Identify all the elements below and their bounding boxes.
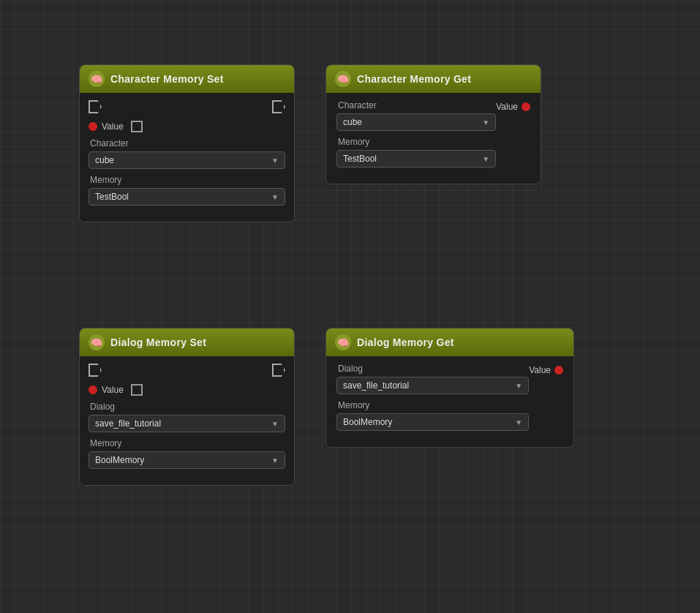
char-memory-set-mem-value: TestBool xyxy=(95,192,129,202)
dialog-memory-get-mem-arrow: ▼ xyxy=(515,418,522,426)
char-memory-get-value-label: Value xyxy=(496,102,518,112)
char-memory-set-value-pin[interactable] xyxy=(89,122,97,131)
char-memory-set-mem-label: Memory xyxy=(90,175,285,185)
char-memory-get-title: Character Memory Get xyxy=(357,73,471,85)
char-memory-set-mem-dropdown[interactable]: TestBool ▼ xyxy=(89,188,285,206)
dialog-memory-get-value-label: Value xyxy=(529,365,551,375)
char-memory-set-body: Value Character cube ▼ Memory TestBool ▼ xyxy=(80,93,294,222)
dialog-memory-set-value-label: Value xyxy=(102,385,124,395)
dialog-memory-get-body: Dialog save_file_tutorial ▼ Memory BoolM… xyxy=(326,356,573,447)
dialog-memory-set-dialog-label: Dialog xyxy=(90,402,285,412)
dialog-memory-set-dialog-arrow: ▼ xyxy=(271,420,279,428)
char-memory-set-exec-out[interactable] xyxy=(272,100,285,113)
dialog-memory-get-dialog-arrow: ▼ xyxy=(515,382,522,390)
dialog-memory-get-left: Dialog save_file_tutorial ▼ Memory BoolM… xyxy=(336,364,529,437)
dialog-memory-set-value-row: Value xyxy=(89,384,285,396)
char-memory-get-value-output: Value xyxy=(496,102,530,112)
char-memory-get-body: Character cube ▼ Memory TestBool ▼ Value xyxy=(326,93,541,184)
char-memory-get-icon: 🧠 xyxy=(335,71,351,87)
char-memory-get-char-label: Character xyxy=(338,100,496,110)
char-memory-get-mem-value: TestBool xyxy=(343,154,377,164)
char-memory-get-top-row: Character cube ▼ Memory TestBool ▼ Value xyxy=(336,100,530,173)
dialog-memory-set-mem-dropdown[interactable]: BoolMemory ▼ xyxy=(89,451,285,469)
dialog-memory-set-mem-arrow: ▼ xyxy=(271,456,279,465)
char-memory-get-left: Character cube ▼ Memory TestBool ▼ xyxy=(336,100,496,173)
char-memory-set-char-label: Character xyxy=(90,138,285,148)
char-memory-get-char-dropdown[interactable]: cube ▼ xyxy=(336,113,496,131)
dialog-memory-set-mem-label: Memory xyxy=(90,438,285,448)
dialog-memory-set-icon: 🧠 xyxy=(89,334,105,350)
char-memory-set-char-arrow: ▼ xyxy=(271,157,279,165)
character-memory-get-header: 🧠 Character Memory Get xyxy=(326,65,541,93)
dialog-memory-get-value-output: Value xyxy=(529,365,563,375)
char-memory-set-value-label: Value xyxy=(102,121,124,132)
char-memory-set-char-value: cube xyxy=(95,155,114,165)
dialog-memory-get-mem-label: Memory xyxy=(338,400,529,410)
dialog-memory-get-title: Dialog Memory Get xyxy=(357,336,454,348)
char-memory-set-mem-arrow: ▼ xyxy=(271,193,279,201)
char-memory-set-exec-row xyxy=(89,100,285,113)
character-memory-set-header: 🧠 Character Memory Set xyxy=(80,65,294,93)
dialog-memory-set-mem-value: BoolMemory xyxy=(95,455,144,465)
char-memory-get-value-pin[interactable] xyxy=(522,102,530,111)
char-memory-set-title: Character Memory Set xyxy=(110,73,224,85)
dialog-memory-get-dialog-dropdown[interactable]: save_file_tutorial ▼ xyxy=(336,377,529,394)
dialog-memory-set-value-pin[interactable] xyxy=(89,386,97,394)
dialog-memory-set-header: 🧠 Dialog Memory Set xyxy=(80,328,294,356)
dialog-memory-get-mem-value: BoolMemory xyxy=(343,417,392,427)
dialog-memory-set-dialog-dropdown[interactable]: save_file_tutorial ▼ xyxy=(89,415,285,432)
dialog-memory-get-header: 🧠 Dialog Memory Get xyxy=(326,328,573,356)
char-memory-get-mem-arrow: ▼ xyxy=(482,155,489,163)
char-memory-get-char-arrow: ▼ xyxy=(482,119,489,127)
char-memory-get-mem-dropdown[interactable]: TestBool ▼ xyxy=(336,150,496,168)
dialog-memory-get-top-row: Dialog save_file_tutorial ▼ Memory BoolM… xyxy=(336,364,563,437)
dialog-memory-set-exec-out[interactable] xyxy=(272,364,285,377)
dialog-memory-set-exec-row xyxy=(89,364,285,377)
dialog-memory-set-exec-in[interactable] xyxy=(89,364,102,377)
dialog-memory-get-dialog-value: save_file_tutorial xyxy=(343,380,409,391)
char-memory-set-icon: 🧠 xyxy=(89,71,105,87)
dialog-memory-get-dialog-label: Dialog xyxy=(338,364,529,374)
dialog-memory-set-body: Value Dialog save_file_tutorial ▼ Memory… xyxy=(80,356,294,485)
char-memory-set-value-box[interactable] xyxy=(131,121,143,132)
dialog-memory-get-value-pin[interactable] xyxy=(554,366,563,375)
dialog-memory-get-node: 🧠 Dialog Memory Get Dialog save_file_tut… xyxy=(325,328,574,448)
dialog-memory-set-node: 🧠 Dialog Memory Set Value Dialog save_fi… xyxy=(79,328,295,486)
character-memory-get-node: 🧠 Character Memory Get Character cube ▼ … xyxy=(325,64,541,184)
char-memory-set-exec-in[interactable] xyxy=(89,100,102,113)
dialog-memory-get-icon: 🧠 xyxy=(335,334,351,350)
dialog-memory-get-mem-dropdown[interactable]: BoolMemory ▼ xyxy=(336,413,529,431)
dialog-memory-set-value-box[interactable] xyxy=(131,384,143,396)
character-memory-set-node: 🧠 Character Memory Set Value Character c… xyxy=(79,64,295,222)
dialog-memory-set-title: Dialog Memory Set xyxy=(110,336,206,348)
char-memory-get-char-value: cube xyxy=(343,117,362,127)
char-memory-set-char-dropdown[interactable]: cube ▼ xyxy=(89,151,285,169)
char-memory-get-mem-label: Memory xyxy=(338,137,496,147)
dialog-memory-set-dialog-value: save_file_tutorial xyxy=(95,418,161,429)
char-memory-set-value-row: Value xyxy=(89,121,285,132)
